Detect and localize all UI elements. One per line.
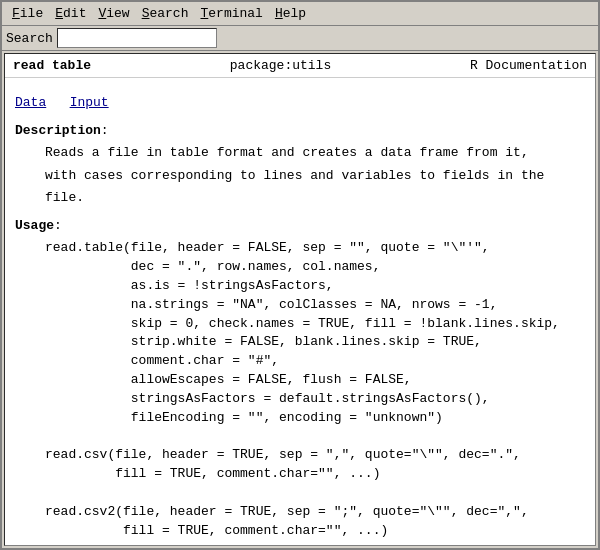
usage-code: read.table(file, header = FALSE, sep = "… [15,239,585,546]
package-name: package:utils [230,58,331,73]
menubar: File Edit View Search Terminal Help [2,2,598,26]
usage-title: Usage: [15,217,585,235]
description-para2: with cases corresponding to lines and va… [45,167,585,185]
content-area[interactable]: read table package:utils R Documentation… [4,53,596,546]
menu-file[interactable]: File [6,4,49,23]
description-label: Description [15,123,101,138]
description-text: Reads a file in table format and creates… [15,144,585,207]
description-section: Description: Reads a file in table forma… [15,122,585,207]
nav-data[interactable]: Data [15,95,46,110]
menu-help[interactable]: Help [269,4,312,23]
main-window: File Edit View Search Terminal Help Sear… [0,0,600,550]
usage-section: Usage: read.table(file, header = FALSE, … [15,217,585,546]
doc-type: R Documentation [470,58,587,73]
doc-body: Data Input Description: Reads a file in … [5,78,595,546]
menu-terminal[interactable]: Terminal [194,4,268,23]
nav-input[interactable]: Input [70,95,109,110]
menu-search[interactable]: Search [136,4,195,23]
menu-edit[interactable]: Edit [49,4,92,23]
usage-label: Usage [15,218,54,233]
search-label: Search [6,31,53,46]
doc-header: read table package:utils R Documentation [5,54,595,78]
description-para1: Reads a file in table format and creates… [45,144,585,162]
description-title: Description: [15,122,585,140]
description-para3: file. [45,189,585,207]
toolbar: Search [2,26,598,51]
nav-links: Data Input [15,94,585,112]
topic-title: read table [13,58,91,73]
search-input[interactable] [57,28,217,48]
menu-view[interactable]: View [92,4,135,23]
